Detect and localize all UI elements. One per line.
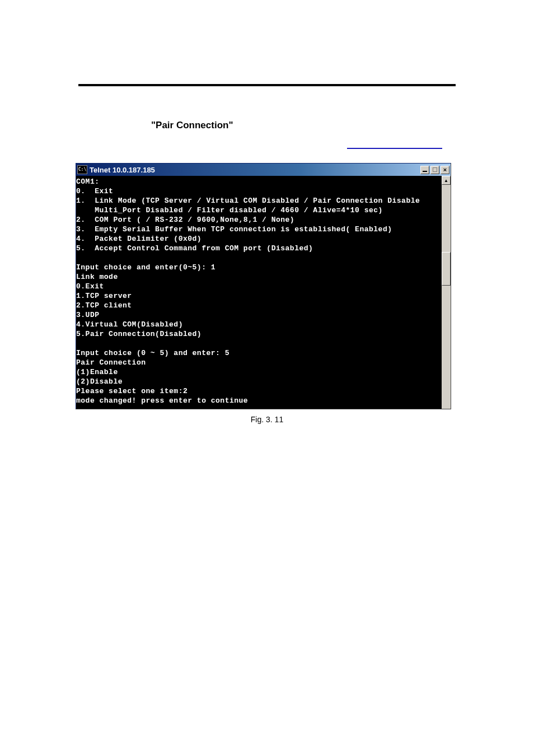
scroll-track[interactable]: [442, 185, 451, 409]
scrollbar[interactable]: ▲: [442, 176, 451, 409]
window-titlebar[interactable]: C:\ Telnet 10.0.187.185 ×: [76, 164, 451, 176]
section-rule: [78, 84, 456, 86]
minimize-button[interactable]: [420, 166, 429, 174]
figure-caption: Fig. 3. 11: [78, 415, 456, 424]
cmd-icon: C:\: [77, 165, 87, 174]
maximize-button[interactable]: [430, 166, 439, 174]
window-title: Telnet 10.0.187.185: [90, 166, 419, 174]
scroll-thumb[interactable]: [442, 252, 451, 286]
minimize-icon: [423, 171, 427, 172]
terminal-output[interactable]: COM1: 0. Exit 1. Link Mode (TCP Server /…: [76, 176, 442, 409]
page-heading: "Pair Connection": [151, 120, 456, 131]
console-window: C:\ Telnet 10.0.187.185 × COM1: 0. Exit …: [76, 163, 451, 409]
close-button[interactable]: ×: [441, 166, 449, 174]
console-body: COM1: 0. Exit 1. Link Mode (TCP Server /…: [76, 176, 451, 409]
underline-accent: [347, 148, 442, 149]
scroll-up-button[interactable]: ▲: [442, 176, 451, 185]
maximize-icon: [433, 167, 437, 172]
